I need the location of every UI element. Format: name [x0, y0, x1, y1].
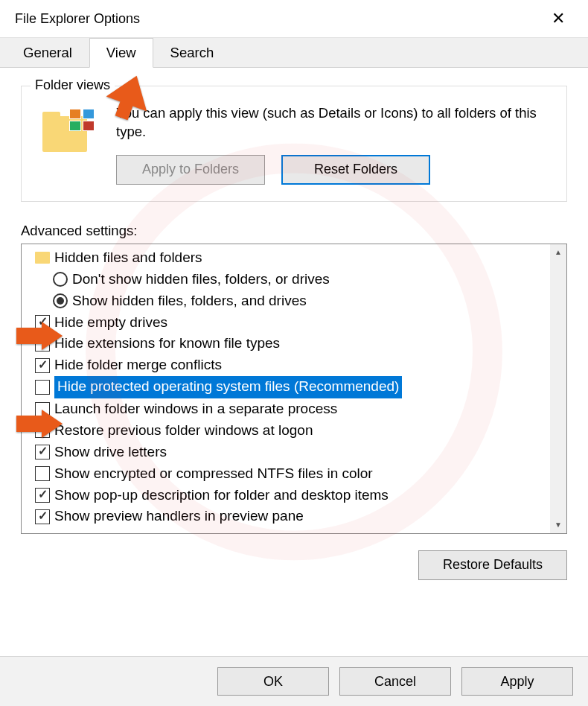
window-title: File Explorer Options: [15, 11, 140, 27]
folder-views-description: You can apply this view (such as Details…: [116, 104, 552, 141]
checkbox-icon[interactable]: [35, 423, 50, 438]
tree-section-label: Hidden files and folders: [54, 247, 202, 269]
checkbox-option[interactable]: Show encrypted or compressed NTFS files …: [35, 463, 550, 485]
ok-button[interactable]: OK: [217, 667, 329, 696]
dialog-button-row: OK Cancel Apply: [0, 656, 588, 706]
scroll-up-arrow[interactable]: ▲: [550, 244, 566, 261]
checkbox-option[interactable]: Restore previous folder windows at logon: [35, 420, 550, 442]
scrollbar[interactable]: ▲ ▼: [550, 244, 566, 533]
checkbox-option[interactable]: Launch folder windows in a separate proc…: [35, 398, 550, 420]
checkbox-option[interactable]: Show preview handlers in preview pane: [35, 506, 550, 527]
checkbox-icon[interactable]: [35, 466, 50, 481]
folder-views-group: Folder views You can apply this view (su…: [21, 86, 567, 202]
folder-views-group-title: Folder views: [31, 77, 115, 93]
checkbox-label: Show drive letters: [54, 442, 167, 463]
tree-section-header: Hidden files and folders: [35, 247, 550, 269]
checkbox-icon[interactable]: [35, 509, 50, 524]
checkbox-icon[interactable]: [35, 337, 50, 352]
checkbox-option[interactable]: Hide extensions for known file types: [35, 333, 550, 354]
radio-icon[interactable]: [53, 293, 68, 308]
radio-label: Don't show hidden files, folders, or dri…: [72, 269, 330, 290]
checkbox-option[interactable]: Hide empty drives: [35, 312, 550, 334]
checkbox-label: Show preview handlers in preview pane: [54, 506, 304, 527]
apply-button[interactable]: Apply: [461, 667, 573, 696]
checkbox-icon[interactable]: [35, 380, 50, 395]
checkbox-option[interactable]: Hide protected operating system files (R…: [35, 376, 550, 398]
advanced-settings-list[interactable]: Hidden files and foldersDon't show hidde…: [21, 244, 567, 534]
radio-option[interactable]: Don't show hidden files, folders, or dri…: [35, 269, 550, 290]
cancel-button[interactable]: Cancel: [339, 667, 451, 696]
checkbox-label: Restore previous folder windows at logon: [54, 420, 313, 442]
checkbox-icon[interactable]: [35, 445, 50, 459]
tab-strip: General View Search: [0, 37, 588, 67]
checkbox-option[interactable]: Hide folder merge conflicts: [35, 354, 550, 376]
tab-view[interactable]: View: [89, 38, 153, 68]
reset-folders-button[interactable]: Reset Folders: [281, 155, 430, 185]
checkbox-icon[interactable]: [35, 315, 50, 330]
checkbox-label: Show pop-up description for folder and d…: [54, 485, 389, 506]
checkbox-label: Show encrypted or compressed NTFS files …: [54, 463, 373, 485]
radio-icon[interactable]: [53, 272, 68, 287]
checkbox-label: Hide folder merge conflicts: [54, 354, 222, 376]
tab-search[interactable]: Search: [153, 38, 231, 67]
checkbox-label: Hide extensions for known file types: [54, 333, 280, 354]
scroll-down-arrow[interactable]: ▼: [550, 517, 566, 533]
radio-label: Show hidden files, folders, and drives: [72, 290, 307, 312]
close-button[interactable]: ✕: [543, 9, 573, 28]
checkbox-option[interactable]: Show drive letters: [35, 442, 550, 463]
restore-defaults-button[interactable]: Restore Defaults: [418, 550, 567, 580]
advanced-settings-label: Advanced settings:: [21, 223, 567, 239]
checkbox-icon[interactable]: [35, 402, 50, 417]
folder-icon: [35, 252, 50, 264]
view-tab-panel: Folder views You can apply this view (su…: [0, 67, 588, 580]
checkbox-label: Hide protected operating system files (R…: [54, 376, 402, 398]
titlebar: File Explorer Options ✕: [0, 0, 588, 37]
checkbox-label: Launch folder windows in a separate proc…: [54, 398, 337, 420]
radio-option[interactable]: Show hidden files, folders, and drives: [35, 290, 550, 312]
tab-general[interactable]: General: [6, 38, 89, 67]
checkbox-option[interactable]: Show pop-up description for folder and d…: [35, 485, 550, 506]
apply-to-folders-button: Apply to Folders: [116, 155, 265, 185]
checkbox-icon[interactable]: [35, 488, 50, 503]
checkbox-label: Hide empty drives: [54, 312, 167, 334]
folder-views-icon: [36, 104, 100, 185]
checkbox-icon[interactable]: [35, 358, 50, 373]
